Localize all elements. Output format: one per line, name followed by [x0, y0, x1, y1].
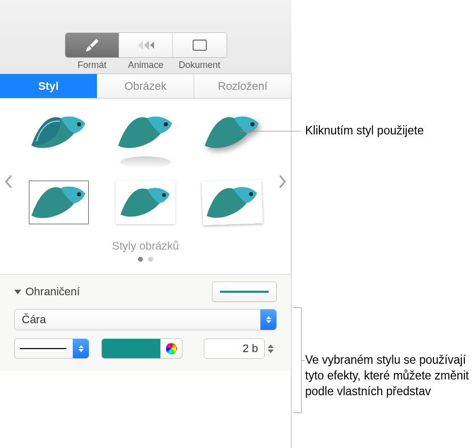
style-thumb-photo-frame[interactable] [202, 180, 263, 225]
callout-bracket [294, 307, 302, 413]
iguana-icon [120, 182, 171, 223]
select-stepper-icon [72, 339, 89, 358]
svg-rect-0 [193, 40, 206, 50]
animate-icon [137, 40, 154, 51]
iguana-icon [30, 112, 87, 153]
iguana-icon [30, 182, 87, 223]
inspector-mode-labels: Formát Animace Dokument [65, 60, 227, 71]
svg-point-3 [250, 122, 254, 126]
tab-image[interactable]: Obrázek [97, 74, 195, 98]
paintbrush-icon [84, 38, 99, 52]
stepper-up-icon [268, 344, 274, 348]
inspector-mode-document[interactable] [173, 33, 227, 57]
border-width-field[interactable]: 2 b [204, 338, 265, 359]
tab-layout[interactable]: Rozložení [194, 74, 291, 98]
border-disclosure[interactable]: Ohraničení [14, 285, 80, 298]
stepper-down-icon [268, 350, 274, 353]
disclosure-triangle-icon [14, 290, 21, 294]
iguana-icon [205, 181, 260, 224]
inspector-mode-format[interactable] [65, 33, 119, 57]
format-subtabs: Styl Obrázek Rozložení [0, 74, 291, 98]
iguana-icon [204, 112, 261, 153]
inspector-mode-animate-label: Animace [119, 60, 173, 71]
select-stepper-icon [260, 309, 276, 330]
color-wheel-icon [166, 343, 177, 354]
border-width-stepper[interactable] [268, 338, 277, 359]
border-style-preview[interactable] [212, 282, 277, 302]
inspector-mode-format-label: Formát [65, 60, 119, 71]
callout-apply-style: Kliknutím styl použijete [305, 123, 467, 139]
tab-image-label: Obrázek [124, 80, 166, 93]
border-color-swatch[interactable] [102, 339, 161, 358]
svg-point-5 [162, 193, 166, 197]
iguana-icon [117, 112, 174, 153]
callout-leader-line [302, 360, 305, 361]
style-thumb-line-frame[interactable] [29, 181, 89, 224]
inspector-toolbar: Formát Animace Dokument [0, 0, 291, 74]
style-thumb-shadow[interactable] [202, 111, 262, 154]
inspector-mode-document-label: Dokument [173, 60, 227, 71]
svg-point-1 [77, 122, 81, 126]
style-thumb-reflection[interactable] [116, 111, 175, 154]
gallery-prev-arrow[interactable] [4, 175, 13, 189]
gallery-next-arrow[interactable] [278, 175, 287, 189]
chevron-left-icon [4, 175, 13, 189]
tab-style[interactable]: Styl [0, 74, 97, 98]
svg-point-4 [77, 192, 81, 196]
border-section: Ohraničení Čára [0, 274, 291, 371]
callout-leader-line [240, 131, 301, 131]
svg-point-2 [164, 122, 168, 126]
border-type-select[interactable]: Čára [14, 309, 277, 330]
callout-effects-note: Ve vybraném stylu se používají tyto efek… [305, 352, 472, 399]
style-thumb-mat-frame[interactable] [116, 181, 175, 224]
border-color-picker-button[interactable] [161, 343, 182, 354]
line-style-select[interactable] [14, 338, 89, 359]
border-title: Ohraničení [25, 285, 80, 298]
gallery-page-dots [18, 257, 273, 269]
tab-layout-label: Rozložení [218, 80, 268, 93]
inspector-mode-segment [65, 32, 227, 58]
border-width-value: 2 b [210, 339, 258, 358]
gallery-dot-1[interactable] [138, 257, 143, 262]
chevron-right-icon [278, 175, 287, 189]
format-inspector-panel: Formát Animace Dokument Styl Obrázek Roz… [0, 0, 291, 448]
style-thumb-plain[interactable] [29, 111, 89, 154]
gallery-dot-2[interactable] [148, 257, 153, 262]
line-style-sample [20, 348, 66, 349]
border-preview-line [220, 291, 269, 293]
document-icon [193, 40, 207, 51]
picture-styles-gallery: Styly obrázků [0, 98, 291, 274]
border-color-well[interactable] [101, 338, 182, 359]
gallery-caption: Styly obrázků [18, 239, 273, 253]
border-type-value: Čára [22, 313, 46, 326]
inspector-mode-animate[interactable] [119, 33, 173, 57]
tab-style-label: Styl [38, 80, 58, 93]
